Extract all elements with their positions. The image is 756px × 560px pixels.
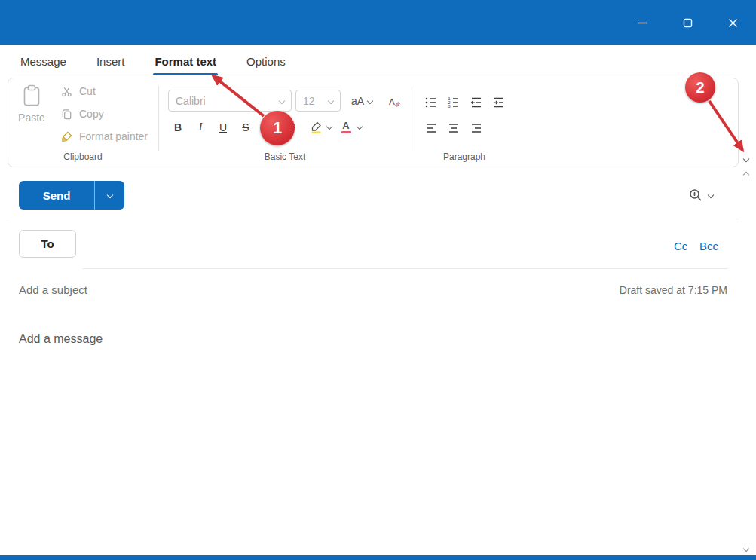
annotation-step-2: 2 (685, 72, 715, 103)
align-center-icon (447, 121, 461, 135)
cc-button[interactable]: Cc (674, 237, 687, 255)
font-size-select[interactable]: 12 (295, 90, 341, 112)
increase-indent-icon (492, 96, 506, 109)
to-recipients-field[interactable] (83, 234, 663, 255)
chevron-down-icon (743, 546, 749, 552)
minimize-button[interactable] (620, 2, 665, 44)
bullet-list-button[interactable] (423, 94, 439, 111)
paragraph-group-label: Paragraph (412, 151, 517, 162)
chevron-down-icon (106, 192, 112, 198)
numbered-list-button[interactable]: 123 (445, 94, 462, 111)
titlebar (0, 0, 756, 45)
tab-format-text[interactable]: Format text (155, 45, 216, 78)
copy-icon (61, 109, 72, 120)
ribbon-collapse-button[interactable] (738, 151, 754, 167)
cut-button[interactable]: Cut (61, 81, 96, 102)
font-color-button[interactable]: A (336, 118, 356, 137)
cut-label: Cut (79, 85, 96, 97)
font-color-icon: A (342, 121, 349, 130)
subject-field[interactable]: Add a subject (19, 283, 87, 296)
chevron-down-icon (743, 156, 749, 162)
chevron-down-icon (367, 98, 373, 104)
chevron-down-icon (328, 97, 334, 103)
font-size-value: 12 (303, 95, 315, 107)
decrease-indent-icon (470, 96, 483, 109)
scroll-up-button[interactable] (738, 167, 754, 183)
copy-label: Copy (79, 108, 104, 120)
group-divider (412, 86, 412, 151)
scroll-down-button[interactable] (738, 540, 754, 557)
send-dropdown-button[interactable] (94, 181, 124, 210)
paste-button[interactable]: Paste (13, 84, 51, 124)
tab-options[interactable]: Options (246, 45, 286, 78)
align-left-icon (424, 121, 438, 135)
divider (83, 268, 727, 269)
active-tab-underline (153, 73, 218, 75)
align-left-button[interactable] (423, 120, 439, 136)
copy-button[interactable]: Copy (61, 103, 104, 124)
numbered-list-icon: 123 (447, 96, 461, 109)
change-case-label: aA (351, 95, 364, 107)
send-button[interactable]: Send (19, 181, 94, 210)
tab-message[interactable]: Message (20, 45, 66, 78)
ribbon: Paste Cut Copy Format painter Clipboard … (8, 78, 739, 167)
maximize-icon (683, 18, 693, 28)
divider (8, 222, 739, 222)
svg-text:A: A (389, 96, 395, 106)
group-divider (158, 86, 159, 151)
increase-indent-button[interactable] (491, 94, 507, 111)
cut-icon (61, 86, 72, 97)
bcc-button[interactable]: Bcc (699, 237, 718, 255)
annotation-step-1: 1 (260, 111, 295, 145)
maximize-button[interactable] (665, 2, 710, 44)
chevron-down-icon[interactable] (357, 124, 363, 130)
align-right-button[interactable] (468, 120, 485, 136)
align-right-icon (470, 121, 483, 135)
highlight-button[interactable] (306, 118, 326, 137)
svg-text:3: 3 (448, 104, 451, 109)
decrease-indent-button[interactable] (468, 94, 485, 111)
to-button[interactable]: To (19, 230, 76, 258)
tab-insert[interactable]: Insert (96, 45, 125, 78)
tab-format-text-label: Format text (155, 55, 216, 68)
strikethrough-button[interactable]: S (236, 118, 256, 137)
chevron-down-icon (279, 97, 285, 103)
font-name-select[interactable]: Calibri (168, 90, 292, 112)
paste-label: Paste (18, 112, 45, 124)
clear-formatting-button[interactable]: A (384, 91, 405, 111)
chevron-down-icon[interactable] (326, 124, 332, 130)
close-icon (728, 18, 738, 28)
send-split-button: Send (19, 181, 124, 210)
clear-formatting-icon: A (388, 95, 401, 108)
message-body-field[interactable]: Add a message (19, 332, 103, 346)
zoom-in-icon (688, 188, 703, 203)
ribbon-tab-bar: Message Insert Format text Options (0, 45, 756, 78)
format-painter-button[interactable]: Format painter (61, 126, 148, 147)
format-painter-label: Format painter (79, 130, 148, 142)
chevron-up-icon (743, 172, 749, 178)
close-button[interactable] (710, 2, 755, 44)
window-bottom-border (0, 555, 756, 560)
bold-button[interactable]: B (168, 118, 188, 137)
zoom-button[interactable] (681, 185, 719, 206)
font-color-bar (341, 131, 351, 134)
format-painter-icon (61, 131, 72, 142)
chevron-down-icon (707, 192, 713, 198)
basic-text-group-label: Basic Text (158, 151, 412, 162)
align-center-button[interactable] (445, 120, 462, 136)
font-name-value: Calibri (176, 95, 206, 107)
minimize-icon (638, 18, 647, 28)
italic-button[interactable]: I (191, 118, 210, 137)
underline-button[interactable]: U (213, 118, 233, 137)
bullet-list-icon (424, 96, 438, 109)
change-case-button[interactable]: aA (344, 91, 379, 111)
paste-icon (23, 84, 41, 107)
draft-status: Draft saved at 7:15 PM (501, 284, 727, 296)
window-controls (620, 2, 755, 44)
outlook-compose-window: Message Insert Format text Options Paste… (0, 0, 756, 560)
highlight-icon (310, 121, 323, 134)
clipboard-group-label: Clipboard (8, 151, 158, 162)
